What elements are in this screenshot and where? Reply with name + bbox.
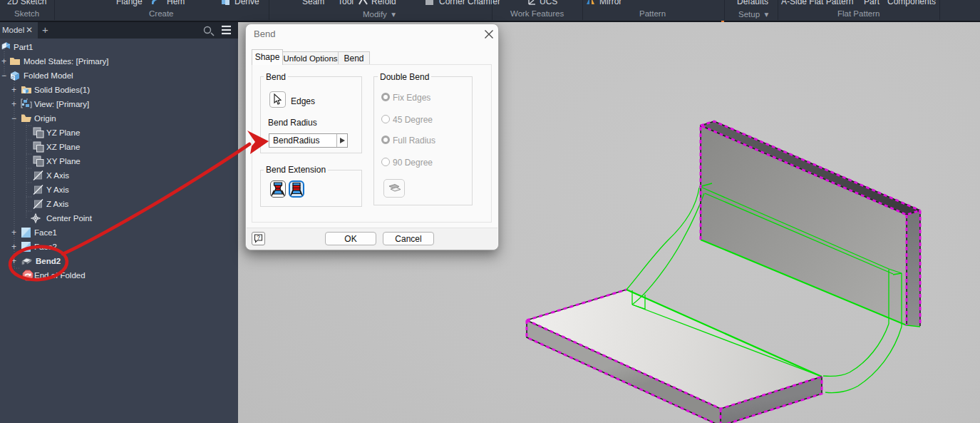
svg-text:?: ? [257, 234, 260, 241]
